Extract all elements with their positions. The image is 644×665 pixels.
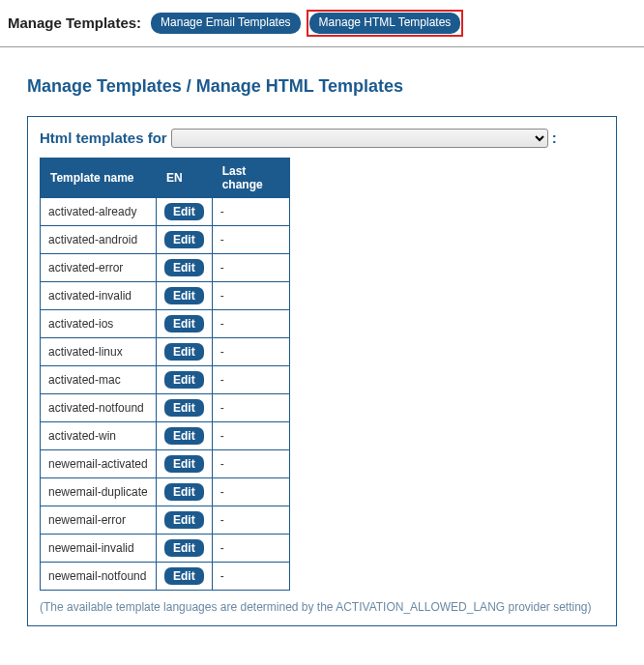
table-row: activated-macEdit- bbox=[41, 365, 290, 393]
last-change-cell: - bbox=[212, 337, 289, 365]
template-name-cell: activated-win bbox=[41, 421, 157, 449]
page-title: Manage Templates / Manage HTML Templates bbox=[27, 76, 644, 97]
template-name-cell: activated-notfound bbox=[41, 393, 157, 421]
last-change-cell: - bbox=[212, 562, 289, 590]
table-row: activated-linuxEdit- bbox=[41, 337, 290, 365]
top-bar: Manage Templates: Manage Email Templates… bbox=[0, 0, 644, 47]
template-name-cell: newemail-activated bbox=[41, 449, 157, 477]
template-en-cell: Edit bbox=[157, 393, 213, 421]
edit-button[interactable]: Edit bbox=[164, 539, 204, 557]
edit-button[interactable]: Edit bbox=[164, 483, 204, 501]
last-change-cell: - bbox=[212, 309, 289, 337]
panel-header: Html templates for : bbox=[40, 129, 604, 148]
col-header-last: Last change bbox=[212, 158, 289, 197]
table-header-row: Template name EN Last change bbox=[41, 158, 290, 197]
templates-table: Template name EN Last change activated-a… bbox=[40, 158, 290, 591]
template-name-cell: activated-already bbox=[41, 197, 157, 225]
manage-email-templates-button[interactable]: Manage Email Templates bbox=[151, 13, 301, 34]
last-change-cell: - bbox=[212, 506, 289, 534]
table-row: newemail-errorEdit- bbox=[41, 506, 290, 534]
edit-button[interactable]: Edit bbox=[164, 259, 204, 276]
template-en-cell: Edit bbox=[157, 506, 213, 534]
templates-panel: Html templates for : Template name EN La… bbox=[27, 116, 617, 626]
template-name-cell: activated-error bbox=[41, 253, 157, 281]
template-name-cell: newemail-duplicate bbox=[41, 477, 157, 506]
account-select[interactable] bbox=[171, 129, 548, 148]
table-row: activated-notfoundEdit- bbox=[41, 393, 290, 421]
manage-html-templates-button[interactable]: Manage HTML Templates bbox=[309, 13, 461, 34]
template-en-cell: Edit bbox=[157, 421, 213, 449]
edit-button[interactable]: Edit bbox=[164, 567, 204, 585]
last-change-cell: - bbox=[212, 534, 289, 562]
edit-button[interactable]: Edit bbox=[164, 343, 204, 361]
table-row: newemail-notfoundEdit- bbox=[41, 562, 290, 590]
template-name-cell: activated-mac bbox=[41, 365, 157, 393]
edit-button[interactable]: Edit bbox=[164, 315, 204, 332]
table-row: activated-invalidEdit- bbox=[41, 281, 290, 309]
template-name-cell: newemail-error bbox=[41, 506, 157, 534]
edit-button[interactable]: Edit bbox=[164, 455, 204, 473]
table-row: activated-iosEdit- bbox=[41, 309, 290, 337]
table-row: newemail-activatedEdit- bbox=[41, 449, 290, 477]
last-change-cell: - bbox=[212, 225, 289, 253]
last-change-cell: - bbox=[212, 197, 289, 225]
languages-note: (The available template languages are de… bbox=[40, 600, 604, 614]
template-en-cell: Edit bbox=[157, 309, 213, 337]
template-en-cell: Edit bbox=[157, 225, 213, 253]
table-row: newemail-invalidEdit- bbox=[41, 534, 290, 562]
table-row: activated-alreadyEdit- bbox=[41, 197, 290, 225]
edit-button[interactable]: Edit bbox=[164, 511, 204, 529]
last-change-cell: - bbox=[212, 421, 289, 449]
last-change-cell: - bbox=[212, 393, 289, 421]
col-header-en: EN bbox=[157, 158, 213, 197]
template-en-cell: Edit bbox=[157, 365, 213, 393]
last-change-cell: - bbox=[212, 281, 289, 309]
template-en-cell: Edit bbox=[157, 449, 213, 477]
edit-button[interactable]: Edit bbox=[164, 371, 204, 389]
top-bar-label: Manage Templates: bbox=[8, 14, 141, 31]
template-en-cell: Edit bbox=[157, 477, 213, 506]
template-name-cell: activated-ios bbox=[41, 309, 157, 337]
table-row: activated-androidEdit- bbox=[41, 225, 290, 253]
last-change-cell: - bbox=[212, 477, 289, 506]
table-row: newemail-duplicateEdit- bbox=[41, 477, 290, 506]
template-name-cell: activated-invalid bbox=[41, 281, 157, 309]
template-name-cell: activated-linux bbox=[41, 337, 157, 365]
template-name-cell: activated-android bbox=[41, 225, 157, 253]
table-row: activated-errorEdit- bbox=[41, 253, 290, 281]
last-change-cell: - bbox=[212, 449, 289, 477]
template-en-cell: Edit bbox=[157, 562, 213, 590]
panel-header-colon: : bbox=[552, 130, 557, 146]
table-row: activated-winEdit- bbox=[41, 421, 290, 449]
panel-header-label: Html templates for bbox=[40, 130, 167, 146]
highlight-box: Manage HTML Templates bbox=[307, 10, 464, 37]
last-change-cell: - bbox=[212, 365, 289, 393]
edit-button[interactable]: Edit bbox=[164, 203, 204, 220]
last-change-cell: - bbox=[212, 253, 289, 281]
edit-button[interactable]: Edit bbox=[164, 287, 204, 304]
template-en-cell: Edit bbox=[157, 281, 213, 309]
edit-button[interactable]: Edit bbox=[164, 231, 204, 248]
template-en-cell: Edit bbox=[157, 253, 213, 281]
template-name-cell: newemail-notfound bbox=[41, 562, 157, 590]
edit-button[interactable]: Edit bbox=[164, 427, 204, 445]
edit-button[interactable]: Edit bbox=[164, 399, 204, 417]
col-header-name: Template name bbox=[41, 158, 157, 197]
template-en-cell: Edit bbox=[157, 337, 213, 365]
template-name-cell: newemail-invalid bbox=[41, 534, 157, 562]
template-en-cell: Edit bbox=[157, 197, 213, 225]
template-en-cell: Edit bbox=[157, 534, 213, 562]
